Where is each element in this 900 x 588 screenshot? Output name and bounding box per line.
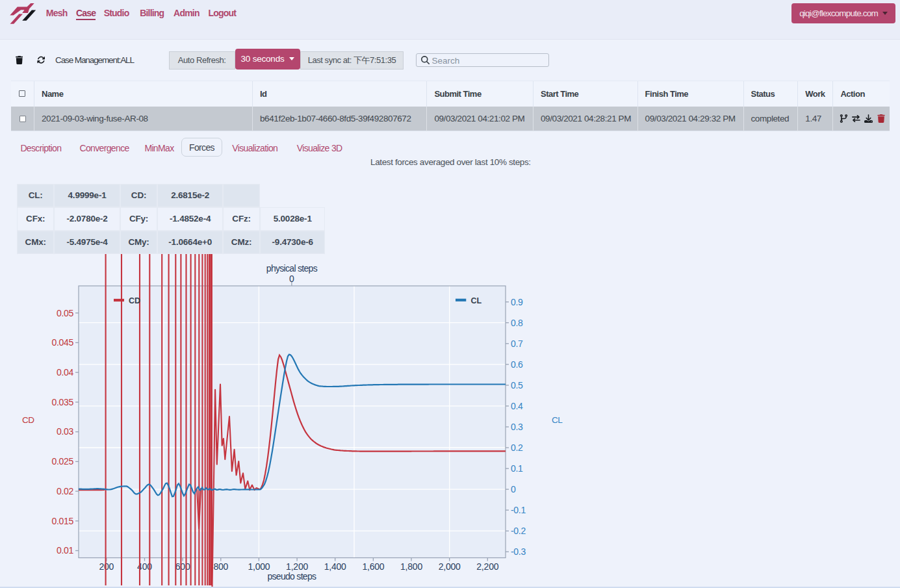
svg-text:CD: CD: [22, 415, 34, 425]
svg-text:0.7: 0.7: [511, 339, 523, 349]
svg-text:CL: CL: [552, 415, 563, 425]
svg-text:0.2: 0.2: [511, 442, 523, 453]
svg-text:physical steps: physical steps: [266, 263, 318, 274]
svg-text:CD: CD: [129, 296, 140, 305]
svg-text:1,600: 1,600: [362, 561, 384, 572]
svg-text:CL: CL: [471, 296, 482, 305]
svg-text:0.01: 0.01: [57, 545, 74, 556]
svg-text:200: 200: [99, 561, 114, 572]
svg-text:0.5: 0.5: [511, 380, 523, 390]
svg-text:0.4: 0.4: [511, 401, 523, 411]
svg-text:0.1: 0.1: [511, 463, 523, 474]
svg-text:0.02: 0.02: [57, 486, 74, 496]
svg-text:0.9: 0.9: [511, 297, 523, 307]
svg-text:0.03: 0.03: [57, 426, 74, 437]
svg-text:0.8: 0.8: [511, 318, 523, 328]
svg-text:0: 0: [289, 274, 294, 284]
svg-text:0: 0: [511, 484, 516, 494]
svg-text:1,000: 1,000: [248, 561, 270, 572]
svg-text:0.025: 0.025: [51, 456, 73, 467]
svg-text:1,200: 1,200: [286, 561, 308, 572]
svg-text:2,200: 2,200: [476, 561, 498, 572]
svg-text:0.015: 0.015: [51, 516, 73, 526]
svg-text:0.6: 0.6: [511, 359, 523, 370]
svg-text:1,400: 1,400: [324, 561, 346, 572]
svg-text:1,800: 1,800: [400, 561, 422, 572]
svg-text:pseudo steps: pseudo steps: [267, 571, 316, 582]
svg-text:0.035: 0.035: [51, 397, 73, 407]
svg-text:600: 600: [175, 561, 190, 572]
svg-text:0.045: 0.045: [51, 337, 73, 348]
svg-text:0.3: 0.3: [511, 422, 523, 432]
svg-text:800: 800: [213, 561, 228, 572]
svg-text:-0.2: -0.2: [511, 526, 526, 536]
svg-text:2,000: 2,000: [439, 561, 461, 572]
svg-text:-0.1: -0.1: [511, 505, 526, 515]
svg-text:0.04: 0.04: [57, 367, 74, 377]
svg-text:-0.3: -0.3: [511, 546, 526, 557]
svg-text:0.05: 0.05: [57, 308, 74, 318]
